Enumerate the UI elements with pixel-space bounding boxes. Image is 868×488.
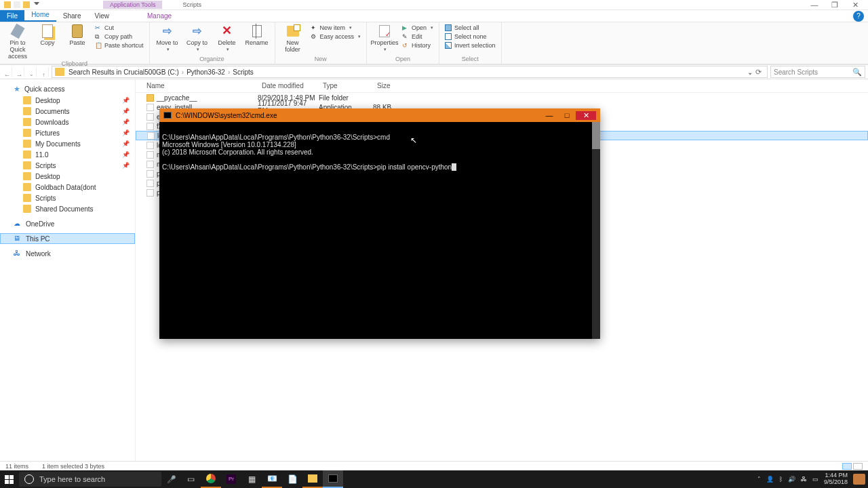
paste-button[interactable]: Paste	[64, 24, 91, 47]
context-tab-apptools[interactable]: Application Tools	[103, 1, 162, 9]
sidebar-item[interactable]: Scripts📌	[0, 160, 135, 171]
paste-shortcut-button[interactable]: 📋Paste shortcut	[94, 41, 145, 49]
up-button[interactable]: ↑	[39, 67, 49, 77]
group-open-label: Open	[371, 56, 435, 64]
breadcrumb-seg-1[interactable]: Python36-32	[186, 68, 225, 76]
start-button[interactable]	[0, 470, 18, 488]
tray-clock[interactable]: 1:44 PM 9/5/2018	[824, 472, 848, 486]
pin-to-quick-access-button[interactable]: Pin to Quick access	[4, 24, 31, 60]
maximize-button[interactable]: ❐	[825, 1, 845, 9]
qat-newfolder-icon[interactable]	[23, 1, 30, 8]
sidebar-item[interactable]: Downloads📌	[0, 117, 135, 127]
cmd-close-button[interactable]: ✕	[576, 111, 596, 120]
cmd-line: C:\Users\Ahsan\AppData\Local\Programs\Py…	[162, 163, 452, 171]
back-button[interactable]: ←	[3, 67, 12, 77]
taskbar-app1[interactable]: ▦	[241, 470, 262, 488]
sidebar-item[interactable]: Desktop	[0, 171, 135, 182]
copy-to-button[interactable]: ⇨Copy to	[184, 24, 211, 52]
move-to-button[interactable]: ⇨Move to	[154, 24, 181, 52]
table-row[interactable]: __pycache__8/29/2018 1:48 PMFile folder	[136, 93, 868, 102]
search-placeholder: Search Scripts	[774, 68, 818, 76]
breadcrumb[interactable]: Search Results in Crucial500GB (C:)› Pyt…	[52, 66, 768, 78]
sidebar-item[interactable]: Documents📌	[0, 106, 135, 117]
sidebar-item[interactable]: Shared Documents	[0, 203, 135, 214]
copy-button[interactable]: Copy	[34, 24, 61, 47]
taskbar-chrome[interactable]	[201, 470, 221, 488]
tab-manage[interactable]: Manage	[140, 10, 178, 22]
qat-props-icon[interactable]	[14, 1, 20, 8]
view-details-button[interactable]	[842, 463, 852, 470]
history-button[interactable]: ↺History	[401, 41, 435, 49]
nav-this-pc[interactable]: 🖥This PC	[0, 233, 135, 244]
tray-up-icon[interactable]: ˄	[757, 476, 761, 483]
col-header-size[interactable]: Size	[373, 82, 414, 89]
col-header-type[interactable]: Type	[319, 82, 373, 89]
qat-dropdown-icon[interactable]	[34, 2, 39, 7]
cmd-maximize-button[interactable]: □	[558, 111, 576, 120]
tray-people-icon[interactable]: 👤	[766, 476, 774, 483]
tab-share[interactable]: Share	[56, 10, 88, 22]
sidebar-item[interactable]: 11.0📌	[0, 149, 135, 160]
sidebar-item[interactable]: Goldbach Data(dont	[0, 182, 135, 192]
nav-network[interactable]: 🖧Network	[0, 248, 135, 259]
minimize-button[interactable]: —	[804, 1, 825, 9]
col-header-date[interactable]: Date modified	[258, 82, 319, 89]
sidebar-item[interactable]: My Documents📌	[0, 138, 135, 149]
search-input[interactable]: Search Scripts 🔍	[770, 66, 865, 78]
tray-volume-icon[interactable]: 🔊	[788, 476, 795, 483]
sidebar-item[interactable]: Desktop📌	[0, 95, 135, 106]
taskbar-premiere[interactable]: Pr	[221, 470, 241, 488]
col-header-name[interactable]: Name	[136, 82, 258, 89]
cmd-titlebar[interactable]: C:\WINDOWS\system32\cmd.exe — □ ✕	[159, 108, 600, 122]
search-icon[interactable]: 🔍	[852, 68, 862, 77]
task-view-button[interactable]: ▭	[180, 470, 201, 488]
close-button[interactable]: ✕	[845, 1, 865, 9]
select-all-button[interactable]: Select all	[443, 24, 497, 32]
help-button[interactable]: ?	[853, 11, 864, 22]
taskbar-notepad[interactable]: 📄	[282, 470, 302, 488]
breadcrumb-seg-2[interactable]: Scripts	[233, 68, 254, 76]
tab-file[interactable]: File	[0, 10, 24, 22]
cut-button[interactable]: ✂Cut	[94, 24, 145, 32]
sidebar-item[interactable]: Scripts	[0, 192, 135, 203]
new-folder-button[interactable]: New folder	[279, 24, 307, 54]
properties-button[interactable]: Properties	[371, 24, 398, 52]
cmd-title: C:\WINDOWS\system32\cmd.exe	[176, 112, 277, 119]
edit-button[interactable]: ✎Edit	[401, 33, 435, 41]
forward-button[interactable]: →	[15, 67, 24, 77]
refresh-button[interactable]: ⟳	[753, 68, 764, 77]
view-large-button[interactable]	[853, 463, 863, 470]
copy-path-button[interactable]: ⧉Copy path	[94, 33, 145, 41]
taskbar-outlook[interactable]: 📧	[262, 470, 282, 488]
new-item-button[interactable]: ✦New item	[309, 24, 363, 32]
sidebar-item[interactable]: Pictures📌	[0, 127, 135, 138]
taskbar-search[interactable]: Type here to search	[19, 472, 161, 487]
tray-network-icon[interactable]: 🖧	[801, 476, 807, 483]
cmd-body[interactable]: C:\Users\Ahsan\AppData\Local\Programs\Py…	[159, 122, 600, 339]
cmd-scrollbar[interactable]	[592, 122, 600, 339]
cmd-scroll-thumb[interactable]	[592, 122, 600, 149]
cmd-window[interactable]: C:\WINDOWS\system32\cmd.exe — □ ✕ C:\Use…	[159, 108, 600, 339]
tray-bluetooth-icon[interactable]: ᛒ	[779, 476, 783, 483]
cmd-minimize-button[interactable]: —	[540, 111, 558, 120]
taskbar-cmd[interactable]	[323, 470, 343, 488]
tab-home[interactable]: Home	[24, 9, 56, 22]
delete-button[interactable]: ✕Delete	[214, 24, 241, 52]
nav-onedrive[interactable]: ☁OneDrive	[0, 218, 135, 229]
tray-notifications[interactable]	[853, 474, 865, 485]
invert-selection-button[interactable]: Invert selection	[443, 41, 497, 49]
nav-pane[interactable]: ★Quick access Desktop📌Documents📌Download…	[0, 79, 136, 461]
tab-view[interactable]: View	[88, 10, 117, 22]
recent-dropdown[interactable]: ⌄	[27, 67, 37, 77]
open-button[interactable]: ▶Open	[401, 24, 435, 32]
breadcrumb-seg-0[interactable]: Search Results in Crucial500GB (C:)	[68, 68, 179, 76]
nav-quick-access[interactable]: ★Quick access	[0, 83, 135, 95]
tray-battery-icon[interactable]: ▭	[812, 476, 818, 483]
easy-access-button[interactable]: ⚙Easy access	[309, 33, 363, 41]
address-dropdown-icon[interactable]: ⌄	[747, 68, 753, 76]
taskbar-explorer[interactable]	[302, 470, 323, 488]
rename-button[interactable]: Rename	[243, 24, 271, 47]
select-none-button[interactable]: Select none	[443, 33, 497, 41]
mic-icon[interactable]: 🎤	[163, 475, 180, 484]
window-title: Scripts	[182, 1, 201, 8]
